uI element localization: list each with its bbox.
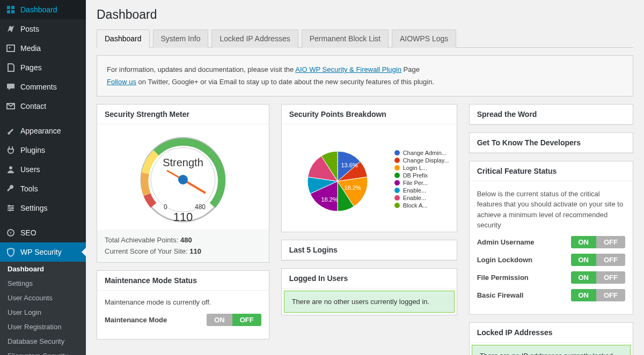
sliders-icon <box>5 203 16 213</box>
legend-swatch <box>394 195 400 201</box>
seo-icon: Y <box>5 227 16 238</box>
value: 110 <box>189 247 201 255</box>
label: Current Score of Your Site: <box>105 247 189 255</box>
info-notice: For information, updates and documentati… <box>97 55 633 97</box>
sidebar-item-label: Pages <box>20 63 42 72</box>
sidebar-item-appearance[interactable]: Appearance <box>0 121 86 140</box>
svg-rect-1 <box>11 6 14 9</box>
toggle-off: OFF <box>596 236 625 248</box>
box-heading: Locked IP Addresses <box>470 323 633 343</box>
sidebar-item-plugins[interactable]: Plugins <box>0 140 86 160</box>
tab-locked-ip-addresses[interactable]: Locked IP Addresses <box>211 29 298 48</box>
critical-description: Below is the current status of the criti… <box>477 189 625 231</box>
sidebar-item-dashboard[interactable]: Dashboard <box>0 0 86 19</box>
sidebar-item-label: Contact <box>20 102 46 110</box>
plugin-link[interactable]: AIO WP Security & Firewall Plugin <box>295 65 401 73</box>
sidebar-item-media[interactable]: Media <box>0 39 86 58</box>
page-title: Dashboard <box>97 8 633 22</box>
svg-point-17 <box>178 175 188 184</box>
maintenance-toggle[interactable]: ON OFF <box>207 314 261 326</box>
sidebar-item-users[interactable]: Users <box>0 160 86 179</box>
critical-box: Critical Feature Status Below is the cur… <box>469 161 633 315</box>
toggle-on: ON <box>571 289 597 301</box>
feature-label: Admin Username <box>477 238 535 246</box>
box-heading: Spread the Word <box>470 105 633 124</box>
main-content: Dashboard DashboardSystem InfoLocked IP … <box>86 0 644 355</box>
legend-label: Enable... <box>403 195 426 201</box>
locked-ips-box: Locked IP Addresses There are no IP addr… <box>469 322 633 355</box>
last-logins-box: Last 5 Logins <box>281 240 457 261</box>
toggle-off: OFF <box>596 289 625 301</box>
svg-rect-3 <box>11 10 14 13</box>
sidebar-item-contact[interactable]: Contact <box>0 97 86 116</box>
legend-swatch <box>394 173 400 178</box>
tab-system-info[interactable]: System Info <box>153 29 209 48</box>
toggle-on: ON <box>571 236 597 248</box>
label: Total Achievable Points: <box>105 236 180 244</box>
toggle-off: OFF <box>596 254 625 266</box>
feature-label: File Permission <box>477 273 529 282</box>
box-heading: Logged In Users <box>282 269 457 289</box>
gauge-footer: Total Achievable Points: 480 Current Sco… <box>97 230 269 263</box>
tab-permanent-block-list[interactable]: Permanent Block List <box>302 29 389 48</box>
gauge-label: Strength <box>163 157 203 168</box>
toggle-on: ON <box>571 254 597 266</box>
sidebar-item-comments[interactable]: Comments <box>0 77 86 97</box>
tabs: DashboardSystem InfoLocked IP AddressesP… <box>97 29 633 48</box>
legend-swatch <box>394 165 400 171</box>
submenu-item-user-registration[interactable]: User Registration <box>0 320 86 334</box>
media-icon <box>5 43 16 54</box>
strength-meter-box: Security Strength Meter <box>97 104 269 263</box>
wrench-icon <box>5 183 16 194</box>
gauge-chart: Strength 0 480 110 <box>129 129 237 225</box>
sidebar-item-tools[interactable]: Tools <box>0 179 86 198</box>
box-heading: Security Strength Meter <box>97 105 269 124</box>
sidebar-item-seo[interactable]: YSEO <box>0 223 86 242</box>
follow-link[interactable]: Follow us <box>107 78 136 86</box>
legend-label: Change Admin... <box>403 150 447 156</box>
sidebar-item-label: Appearance <box>20 127 61 135</box>
svg-rect-0 <box>7 6 10 9</box>
admin-sidebar: DashboardPostsMediaPagesCommentsContactA… <box>0 0 86 355</box>
submenu-item-settings[interactable]: Settings <box>0 276 86 291</box>
legend-label: DB Prefix <box>403 172 428 179</box>
legend-item: Enable... <box>394 195 449 201</box>
legend-swatch <box>394 188 400 193</box>
svg-point-8 <box>8 205 10 207</box>
legend-item: Change Display... <box>394 157 449 164</box>
locked-ips-alert: There are no IP addresses currently lock… <box>472 345 631 355</box>
sidebar-item-settings[interactable]: Settings <box>0 198 86 218</box>
submenu-item-user-accounts[interactable]: User Accounts <box>0 291 86 305</box>
legend-label: File Per... <box>403 180 428 186</box>
comment-icon <box>5 82 16 92</box>
sidebar-item-pages[interactable]: Pages <box>0 58 86 77</box>
submenu-item-dashboard[interactable]: Dashboard <box>0 262 86 276</box>
feature-label: Basic Firewall <box>477 291 524 299</box>
box-heading: Last 5 Logins <box>282 240 457 260</box>
toggle-on: ON <box>207 314 232 326</box>
plug-icon <box>5 145 16 156</box>
submenu-item-filesystem-security[interactable]: Filesystem Security <box>0 349 86 355</box>
legend-item: Block A... <box>394 202 449 209</box>
spread-box: Spread the Word <box>469 104 633 125</box>
sidebar-item-label: Tools <box>20 184 38 193</box>
logged-in-box: Logged In Users There are no other users… <box>281 268 457 315</box>
tab-dashboard[interactable]: Dashboard <box>97 29 150 48</box>
sidebar-item-label: Comments <box>20 83 57 91</box>
legend-item: File Per... <box>394 180 449 186</box>
feature-toggle[interactable]: ONOFF <box>571 254 626 266</box>
submenu-item-user-login[interactable]: User Login <box>0 305 86 320</box>
submenu-item-database-security[interactable]: Database Security <box>0 334 86 349</box>
sidebar-item-label: Settings <box>20 204 48 212</box>
feature-toggle[interactable]: ONOFF <box>571 289 626 301</box>
gauge-min: 0 <box>164 203 167 211</box>
legend-label: Change Display... <box>403 157 449 164</box>
feature-toggle[interactable]: ONOFF <box>571 271 626 284</box>
sidebar-item-wp-security[interactable]: WP Security <box>0 242 86 262</box>
sidebar-item-posts[interactable]: Posts <box>0 19 86 39</box>
svg-text:13.6%: 13.6% <box>341 162 357 168</box>
feature-toggle[interactable]: ONOFF <box>571 236 626 248</box>
svg-text:18.2%: 18.2% <box>321 196 338 203</box>
mail-icon <box>5 101 16 112</box>
tab-aiowps-logs[interactable]: AIOWPS Logs <box>392 29 456 48</box>
